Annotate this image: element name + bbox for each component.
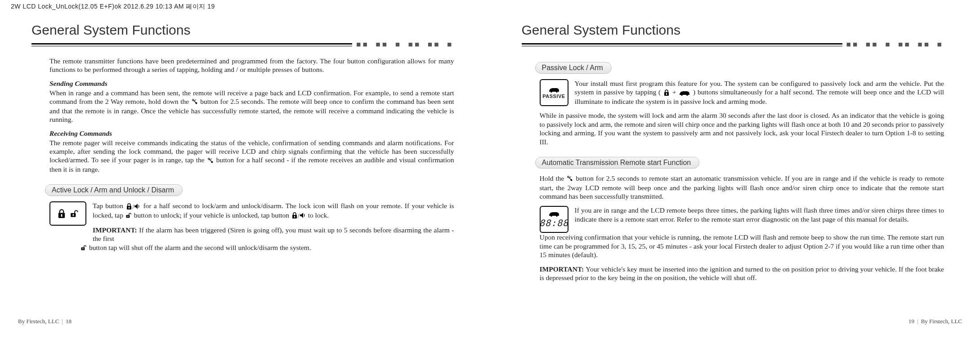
print-header-meta: 2W LCD Lock_UnLock(12.05 E+F)ok 2012.6.2… xyxy=(11,3,215,11)
passive-para-2: While in passive mode, the system will l… xyxy=(540,111,944,146)
sending-body: When in range and a command has been sen… xyxy=(49,89,454,124)
lock-open-icon xyxy=(70,208,79,219)
subhead-sending: Sending Commands xyxy=(49,80,454,88)
lock-para-important: IMPORTANT: If the alarm has been trigger… xyxy=(93,226,454,252)
lock-closed-icon: / xyxy=(291,212,306,220)
key-start-icon xyxy=(566,175,573,183)
auto-para-runtime: Upon receiving confirmation that your ve… xyxy=(540,233,944,259)
timer-icon-box: 88:88 xyxy=(540,206,568,233)
footer-right: 19|By Firstech, LLC xyxy=(908,318,962,325)
sound-icon xyxy=(300,212,306,219)
section-tab-auto-trans: Automatic Transmission Remote start Func… xyxy=(535,157,700,169)
footer-left: By Firstech, LLC|18 xyxy=(18,318,72,325)
lock-unlock-icon-box xyxy=(49,201,86,226)
intro-text: The remote transmitter functions have be… xyxy=(49,57,454,74)
car-icon xyxy=(548,210,560,217)
passive-label: PASSIVE xyxy=(542,94,565,99)
title-rule: ■■ ■■ ■ ■■ ■■ ■ xyxy=(31,40,454,49)
timer-row: 88:88 If you are in range and the LCD re… xyxy=(540,206,944,233)
page-title-right: General System Functions xyxy=(522,22,944,38)
receiving-body: The remote pager will receive commands i… xyxy=(49,138,454,174)
timer-digits: 88:88 xyxy=(539,218,568,228)
section-tab-passive: Passive Lock / Arm xyxy=(535,62,612,74)
key-start-icon xyxy=(191,98,198,107)
page-title-left: General System Functions xyxy=(31,22,454,38)
lock-closed-icon xyxy=(663,89,670,98)
title-rule: ■■ ■■ ■ ■■ ■■ ■ xyxy=(522,40,944,49)
passive-row: PASSIVE Your install must first program … xyxy=(540,79,944,111)
lock-icons-row: Tap button / for a half second to lock/a… xyxy=(49,201,454,258)
lock-open-icon xyxy=(125,212,132,220)
sound-icon xyxy=(134,203,140,210)
lock-closed-icon xyxy=(57,208,66,219)
car-icon xyxy=(678,89,691,97)
key-start-icon xyxy=(207,157,214,165)
page-left: General System Functions ■■ ■■ ■ ■■ ■■ ■… xyxy=(0,22,490,343)
lock-para-1: Tap button / for a half second to lock/a… xyxy=(93,201,454,220)
auto-para-error: If you are in range and the LCD remote b… xyxy=(575,206,944,223)
auto-para-1: Hold the button for 2.5 seconds to remot… xyxy=(540,174,944,200)
auto-para-important: IMPORTANT: Your vehicle's key must be in… xyxy=(540,265,944,282)
lock-open-icon xyxy=(80,244,87,253)
passive-para-1: Your install must first program this fea… xyxy=(575,79,944,106)
lock-closed-icon: / xyxy=(125,203,141,211)
car-icon xyxy=(548,86,560,93)
section-tab-active-lock: Active Lock / Arm and Unlock / Disarm xyxy=(45,184,183,196)
subhead-receiving: Receiving Commands xyxy=(49,129,454,138)
page-right: General System Functions ■■ ■■ ■ ■■ ■■ ■… xyxy=(490,22,980,343)
passive-icon-box: PASSIVE xyxy=(540,79,568,106)
